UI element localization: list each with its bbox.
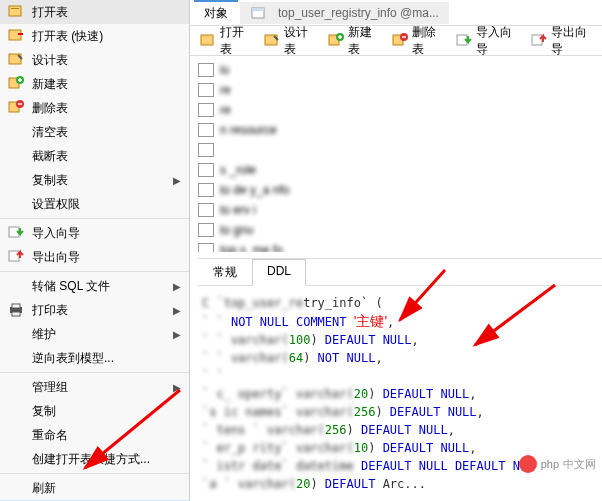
menu-print-table[interactable]: 打印表 ▶ bbox=[0, 298, 189, 322]
list-item[interactable]: top s_me fo bbox=[194, 240, 598, 252]
list-item[interactable]: s _role bbox=[194, 160, 598, 180]
svg-rect-22 bbox=[532, 35, 542, 45]
ddl-text: ) bbox=[368, 387, 382, 401]
toolbar-open-table[interactable]: 打开表 bbox=[194, 21, 256, 61]
table-icon bbox=[198, 63, 214, 77]
blank-icon bbox=[8, 124, 24, 140]
menu-label: 复制 bbox=[32, 403, 181, 420]
toolbar-import-wizard[interactable]: 导入向导 bbox=[450, 21, 523, 61]
menu-label: 删除表 bbox=[32, 100, 181, 117]
menu-reverse-to-model[interactable]: 逆向表到模型... bbox=[0, 346, 189, 370]
menu-dump-sql[interactable]: 转储 SQL 文件 ▶ bbox=[0, 274, 189, 298]
menu-truncate-table[interactable]: 截断表 bbox=[0, 144, 189, 168]
ddl-text: ) bbox=[347, 423, 361, 437]
object-list: lo re re n resource s _role to de y_a nf… bbox=[190, 56, 602, 252]
submenu-arrow-icon: ▶ bbox=[173, 175, 181, 186]
ddl-keyword: DEFAULT NULL bbox=[390, 405, 477, 419]
ddl-text: ` c_ operty` varchar( bbox=[202, 387, 354, 401]
menu-maintain[interactable]: 维护 ▶ bbox=[0, 322, 189, 346]
toolbar: 打开表 设计表 新建表 删除表 导入向导 导出向导 bbox=[190, 26, 602, 56]
open-table-icon bbox=[200, 33, 216, 49]
list-item[interactable]: re bbox=[194, 100, 598, 120]
ddl-keyword: DEFAULT bbox=[325, 477, 376, 491]
table-tab-icon bbox=[250, 5, 266, 21]
svg-rect-12 bbox=[12, 312, 20, 316]
delete-table-icon bbox=[392, 33, 408, 49]
right-panel: 对象 top_user_registry_info @ma... 打开表 设计表… bbox=[190, 0, 602, 501]
ddl-keyword: DEFAULT NULL bbox=[383, 387, 470, 401]
toolbar-label: 设计表 bbox=[284, 24, 314, 58]
ddl-text: ` ` bbox=[202, 369, 224, 383]
ddl-text: , bbox=[412, 333, 419, 347]
menu-separator bbox=[0, 271, 189, 272]
menu-create-shortcut[interactable]: 创建打开表快捷方式... bbox=[0, 447, 189, 471]
export-wizard-icon bbox=[531, 33, 547, 49]
toolbar-label: 导出向导 bbox=[551, 24, 592, 58]
menu-design-table[interactable]: 设计表 bbox=[0, 48, 189, 72]
ddl-number: 20 bbox=[354, 387, 368, 401]
tab-label: top_user_registry_info @ma... bbox=[278, 6, 439, 20]
menu-copy[interactable]: 复制 bbox=[0, 399, 189, 423]
tab-ddl[interactable]: DDL bbox=[252, 259, 306, 286]
list-item[interactable] bbox=[194, 140, 598, 160]
list-item[interactable]: lo bbox=[194, 60, 598, 80]
ddl-text: ` ` bbox=[202, 315, 231, 329]
ddl-number: 100 bbox=[289, 333, 311, 347]
menu-manage-group[interactable]: 管理组 ▶ bbox=[0, 375, 189, 399]
ddl-text: ) bbox=[368, 441, 382, 455]
table-icon bbox=[198, 163, 214, 177]
ddl-text: ) bbox=[310, 477, 324, 491]
menu-delete-table[interactable]: 删除表 bbox=[0, 96, 189, 120]
blank-icon bbox=[8, 148, 24, 164]
ddl-text: ` ` varchar( bbox=[202, 333, 289, 347]
list-item[interactable]: to erv i bbox=[194, 200, 598, 220]
menu-set-permissions[interactable]: 设置权限 bbox=[0, 192, 189, 216]
ddl-number: 10 bbox=[354, 441, 368, 455]
menu-refresh[interactable]: 刷新 bbox=[0, 476, 189, 500]
new-table-icon bbox=[8, 76, 24, 92]
blank-icon bbox=[8, 172, 24, 188]
menu-label: 重命名 bbox=[32, 427, 181, 444]
menu-label: 清空表 bbox=[32, 124, 181, 141]
blank-icon bbox=[8, 427, 24, 443]
menu-open-table[interactable]: 打开表 bbox=[0, 0, 189, 24]
toolbar-export-wizard[interactable]: 导出向导 bbox=[525, 21, 598, 61]
list-item[interactable]: to de y_a nfo bbox=[194, 180, 598, 200]
ddl-text: ) bbox=[375, 405, 389, 419]
ddl-text: ` ` varchar( bbox=[202, 351, 289, 365]
toolbar-label: 新建表 bbox=[348, 24, 378, 58]
menu-copy-table[interactable]: 复制表 ▶ bbox=[0, 168, 189, 192]
table-icon bbox=[198, 103, 214, 117]
ddl-number: 256 bbox=[325, 423, 347, 437]
ddl-text: ` er_p rity` varchar( bbox=[202, 441, 354, 455]
menu-open-table-fast[interactable]: 打开表 (快速) bbox=[0, 24, 189, 48]
menu-new-table[interactable]: 新建表 bbox=[0, 72, 189, 96]
tab-general[interactable]: 常规 bbox=[198, 259, 252, 286]
toolbar-delete-table[interactable]: 删除表 bbox=[386, 21, 448, 61]
menu-import-wizard[interactable]: 导入向导 bbox=[0, 221, 189, 245]
menu-export-wizard[interactable]: 导出向导 bbox=[0, 245, 189, 269]
menu-rename[interactable]: 重命名 bbox=[0, 423, 189, 447]
ddl-keyword: DEFAULT NULL bbox=[383, 441, 470, 455]
menu-label: 新建表 bbox=[32, 76, 181, 93]
list-item[interactable]: to gnu bbox=[194, 220, 598, 240]
export-wizard-icon bbox=[8, 249, 24, 265]
list-item[interactable]: n resource bbox=[194, 120, 598, 140]
ddl-text: try_info` ( bbox=[303, 296, 382, 310]
ddl-keyword: COMMENT bbox=[289, 315, 354, 329]
table-name: to erv i bbox=[220, 203, 256, 217]
toolbar-new-table[interactable]: 新建表 bbox=[322, 21, 384, 61]
menu-empty-table[interactable]: 清空表 bbox=[0, 120, 189, 144]
table-icon bbox=[198, 143, 214, 157]
menu-label: 维护 bbox=[32, 326, 173, 343]
blank-icon bbox=[8, 403, 24, 419]
submenu-arrow-icon: ▶ bbox=[173, 382, 181, 393]
list-item[interactable]: re bbox=[194, 80, 598, 100]
menu-label: 管理组 bbox=[32, 379, 173, 396]
menu-label: 设置权限 bbox=[32, 196, 181, 213]
submenu-arrow-icon: ▶ bbox=[173, 329, 181, 340]
svg-rect-0 bbox=[9, 6, 21, 16]
submenu-arrow-icon: ▶ bbox=[173, 281, 181, 292]
toolbar-design-table[interactable]: 设计表 bbox=[258, 21, 320, 61]
print-icon bbox=[8, 302, 24, 318]
